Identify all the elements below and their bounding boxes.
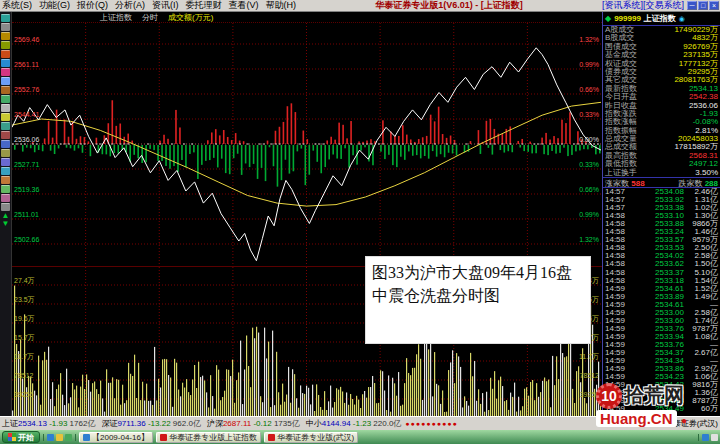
percent-axis-label: 0.33% (579, 161, 599, 168)
annotation-box: 图33为沪市大盘09年4月16盘中震仓洗盘分时图 (365, 256, 591, 344)
side-toolbar-icon[interactable] (1, 14, 10, 22)
tick-list[interactable]: 14:572534.082.46亿14:572533.921.31亿14:572… (603, 188, 720, 413)
minimize-button[interactable]: ─ (687, 1, 697, 10)
menu-item[interactable]: 分析(A) (115, 0, 145, 12)
side-toolbar-icon[interactable] (1, 32, 10, 40)
quote-panel: ◆ 999999 上证指数 ◉ A股成交17490229万B股成交4832万国债… (602, 12, 720, 416)
task-button[interactable]: 【2009-04-16】 (79, 432, 153, 443)
menu-item[interactable]: 功能(G) (39, 0, 70, 12)
quick-launch (43, 434, 76, 441)
price-axis-label: 2544.41 (14, 111, 39, 118)
status-index-change: -0.12 (253, 419, 273, 428)
percent-axis-label: 1.32% (579, 236, 599, 243)
menu-item[interactable]: 委托理财 (186, 0, 222, 12)
scroll-down-icon[interactable]: ▼ (2, 220, 10, 227)
status-index-amount: 1762亿 (70, 419, 96, 428)
windows-flag-icon (8, 433, 16, 441)
side-toolbar-icon[interactable] (1, 176, 10, 184)
tray-icon[interactable] (711, 434, 718, 441)
watermark-gear-icon: 10 (596, 383, 622, 409)
side-toolbar-icon[interactable] (1, 68, 10, 76)
volume-axis-label: 11.7万 (14, 353, 34, 360)
scroll-up-icon[interactable]: ▲ (2, 212, 10, 219)
status-index-value: 2687.11 (223, 419, 254, 428)
side-toolbar-icon[interactable] (1, 41, 10, 49)
price-axis-label: 2511.01 (14, 211, 39, 218)
close-button[interactable]: × (709, 1, 719, 10)
side-toolbar-icon[interactable] (1, 23, 10, 31)
task-button-icon (268, 434, 275, 441)
start-button[interactable]: 开始 (2, 431, 40, 443)
side-toolbar-icon[interactable] (1, 122, 10, 130)
side-toolbar-icon[interactable] (1, 50, 10, 58)
quote-row: 上证换手3.50% (603, 169, 720, 177)
percent-axis-label: 0.99% (579, 211, 599, 218)
index-name: 上证指数 (644, 13, 676, 24)
quick-launch-icon[interactable] (47, 434, 54, 441)
side-toolbar-icon[interactable] (1, 86, 10, 94)
side-toolbar-icon[interactable] (1, 167, 10, 175)
side-toolbar-icon[interactable] (1, 95, 10, 103)
menu-item[interactable]: 资讯(I) (152, 0, 179, 12)
volume-axis-label: 39256 (14, 391, 33, 398)
watermark-dot-icon: ● (681, 415, 687, 426)
side-toolbar-icon[interactable] (1, 149, 10, 157)
task-buttons: 【2009-04-16】华泰证券专业版上证指数华泰证券专业版(武汉) (79, 432, 358, 443)
start-label: 开始 (18, 432, 34, 443)
volume-axis-label: 27.4万 (14, 277, 35, 284)
price-axis-label: 2552.76 (14, 86, 39, 93)
side-toolbar-icon[interactable] (1, 158, 10, 166)
side-toolbar-icon[interactable] (1, 185, 10, 193)
tray-icon[interactable] (702, 434, 709, 441)
percent-axis-label: 0.66% (579, 186, 599, 193)
menu-item[interactable]: 查看(V) (229, 0, 259, 12)
status-index-amount: 220.0亿 (373, 419, 401, 428)
status-index-item[interactable]: 深证9711.36 -13.22 962.0亿 (101, 418, 200, 429)
status-index-name: 中小 (306, 419, 322, 428)
price-pane[interactable]: 2569.461.32%2561.110.99%2552.760.66%2544… (12, 23, 602, 266)
side-toolbar-icon[interactable] (1, 59, 10, 67)
status-index-item[interactable]: 沪深2687.11 -0.12 1735亿 (207, 418, 300, 429)
quick-launch-icon[interactable] (65, 434, 72, 441)
quote-row-label: 上证换手 (605, 169, 637, 177)
status-index-change: -13.22 (148, 419, 173, 428)
task-button-icon (160, 434, 167, 441)
menu-item[interactable]: 帮助(H) (266, 0, 297, 12)
side-toolbar-icon[interactable] (1, 203, 10, 211)
side-toolbar-icon[interactable] (1, 194, 10, 202)
status-index-value: 2534.13 (18, 419, 49, 428)
restore-button[interactable]: □ (698, 1, 708, 10)
task-button-icon (83, 434, 90, 441)
price-axis-label: 2519.36 (14, 186, 39, 193)
taskbar: 开始 【2009-04-16】华泰证券专业版上证指数华泰证券专业版(武汉) (0, 430, 720, 444)
volume-axis-label: 78512 (14, 372, 33, 379)
menu-item[interactable]: 报价(Q) (77, 0, 108, 12)
chart-view-tab[interactable]: 分时 (142, 12, 158, 23)
percent-axis-label: 0.00% (579, 136, 599, 143)
index-code: 999999 (614, 14, 641, 23)
watermark-domain: Huang.CN (596, 410, 677, 427)
side-toolbar-icon[interactable] (1, 131, 10, 139)
side-toolbar-icon[interactable] (1, 77, 10, 85)
volume-axis-label: 19.6万 (14, 315, 35, 322)
side-toolbar-icon[interactable] (1, 113, 10, 121)
side-toolbar-icon[interactable] (1, 140, 10, 148)
status-index-change: -1.23 (353, 419, 373, 428)
info-circle-icon: ◉ (679, 15, 685, 23)
status-index-amount: 962.0亿 (173, 419, 201, 428)
system-links[interactable]: [资讯系统][交易系统] (602, 0, 684, 12)
side-toolbar-icon[interactable] (1, 104, 10, 112)
menu-item[interactable]: 系统(S) (2, 0, 32, 12)
status-index-name: 深证 (101, 419, 117, 428)
status-index-item[interactable]: 中小4144.94 -1.23 220.0亿 (306, 418, 402, 429)
watermark-site-name: 拾荒网 (624, 382, 684, 409)
status-index-item[interactable]: 上证2534.13 -1.93 1762亿 (2, 418, 95, 429)
volume-axis-label: 23.5万 (14, 296, 35, 303)
advancers-value: 588 (631, 179, 644, 188)
task-button[interactable]: 华泰证券专业版(武汉) (264, 432, 358, 443)
task-button[interactable]: 华泰证券专业版上证指数 (156, 432, 261, 443)
quick-launch-icon[interactable] (56, 434, 63, 441)
chart-header: 上证指数 分时 成交额(万元) (12, 12, 602, 23)
price-axis-label: 2502.66 (14, 236, 39, 243)
chart-column: 上证指数 分时 成交额(万元) 2569.461.32%2561.110.99%… (12, 12, 602, 416)
